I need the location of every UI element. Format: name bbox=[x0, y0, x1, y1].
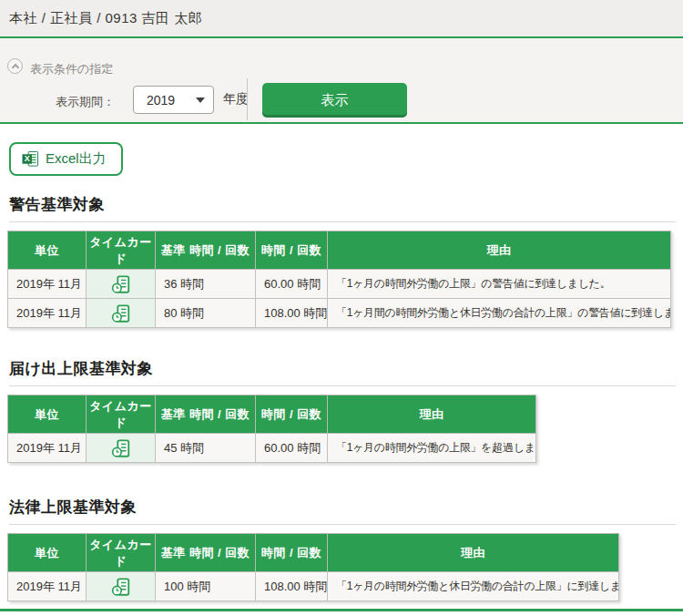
timecard-link-cell[interactable] bbox=[87, 572, 156, 601]
col-actual: 時間 / 回数 bbox=[256, 534, 328, 572]
col-standard: 基準 時間 / 回数 bbox=[156, 395, 256, 434]
chevron-up-icon bbox=[11, 64, 18, 71]
excel-export-button[interactable]: X Excel出力 bbox=[9, 142, 123, 176]
divider bbox=[247, 78, 248, 120]
col-standard: 基準 時間 / 回数 bbox=[156, 231, 256, 270]
breadcrumb: 本社 / 正社員 / 0913 吉田 太郎 bbox=[9, 10, 202, 27]
reason-cell: 「1ヶ月の時間外労働の上限」を超過しました。 bbox=[328, 434, 536, 463]
col-timecard: タイムカード bbox=[87, 395, 156, 434]
filter-section-label: 表示条件の指定 bbox=[30, 61, 113, 77]
table-row: 2019年 11月 100 時間 108.00 時間 「1ヶ月の時間外労働と休日… bbox=[8, 572, 619, 601]
section-title-report-limit: 届け出上限基準対象 bbox=[9, 358, 676, 386]
filter-panel: 表示条件の指定 表示期間： 2019 年度 表示 bbox=[0, 38, 683, 124]
period-select-value: 2019 bbox=[147, 93, 196, 108]
standard-cell: 36 時間 bbox=[156, 270, 256, 299]
main-content: X Excel出力 警告基準対象 単位 タイムカード 基準 時間 / 回数 時間… bbox=[0, 124, 683, 601]
show-button[interactable]: 表示 bbox=[262, 83, 407, 118]
table-header-row: 単位 タイムカード 基準 時間 / 回数 時間 / 回数 理由 bbox=[8, 395, 536, 434]
unit-cell: 2019年 11月 bbox=[8, 434, 87, 463]
actual-cell: 60.00 時間 bbox=[256, 270, 328, 299]
timecard-icon bbox=[111, 577, 131, 597]
dropdown-arrow-icon bbox=[196, 98, 205, 103]
warning-table: 単位 タイムカード 基準 時間 / 回数 時間 / 回数 理由 2019年 11… bbox=[7, 231, 671, 328]
reason-cell: 「1ヶ月間の時間外労働と休日労働の合計の上限」の警告値に到達しました。 bbox=[328, 299, 671, 328]
timecard-icon bbox=[111, 303, 131, 323]
reason-cell: 「1ヶ月の時間外労働の上限」の警告値に到達しました。 bbox=[328, 270, 671, 299]
timecard-link-cell[interactable] bbox=[87, 434, 156, 463]
breadcrumb-bar: 本社 / 正社員 / 0913 吉田 太郎 bbox=[0, 0, 683, 38]
col-standard: 基準 時間 / 回数 bbox=[156, 534, 256, 572]
table-row: 2019年 11月 45 時間 60.00 時間 「1ヶ月の時間外労働の上限」を… bbox=[8, 434, 536, 463]
page-bottom-divider bbox=[0, 609, 683, 611]
legal-limit-table: 単位 タイムカード 基準 時間 / 回数 時間 / 回数 理由 2019年 11… bbox=[7, 533, 619, 601]
col-unit: 単位 bbox=[8, 231, 87, 270]
col-timecard: タイムカード bbox=[87, 534, 156, 572]
standard-cell: 100 時間 bbox=[156, 572, 256, 601]
timecard-link-cell[interactable] bbox=[87, 299, 156, 328]
period-unit-label: 年度 bbox=[223, 91, 249, 108]
reason-cell: 「1ヶ月の時間外労働と休日労働の合計の上限」に到達しました。 bbox=[328, 572, 619, 601]
unit-cell: 2019年 11月 bbox=[8, 270, 87, 299]
collapse-toggle-button[interactable] bbox=[7, 58, 23, 74]
standard-cell: 80 時間 bbox=[156, 299, 256, 328]
col-reason: 理由 bbox=[328, 534, 619, 572]
timecard-icon bbox=[111, 274, 131, 294]
col-actual: 時間 / 回数 bbox=[256, 395, 328, 434]
unit-cell: 2019年 11月 bbox=[8, 572, 87, 601]
section-title-warning: 警告基準対象 bbox=[9, 194, 676, 222]
excel-icon: X bbox=[22, 150, 39, 168]
table-row: 2019年 11月 36 時間 60.00 時間 「1ヶ月の時間外労働の上限」の… bbox=[8, 270, 671, 299]
timecard-link-cell[interactable] bbox=[87, 270, 156, 299]
col-actual: 時間 / 回数 bbox=[256, 231, 328, 270]
timecard-icon bbox=[111, 438, 131, 458]
section-title-legal-limit: 法律上限基準対象 bbox=[9, 497, 676, 525]
unit-cell: 2019年 11月 bbox=[8, 299, 87, 328]
col-reason: 理由 bbox=[328, 395, 536, 434]
table-header-row: 単位 タイムカード 基準 時間 / 回数 時間 / 回数 理由 bbox=[8, 231, 671, 270]
period-label: 表示期間： bbox=[56, 94, 115, 110]
period-select[interactable]: 2019 bbox=[133, 86, 214, 114]
col-reason: 理由 bbox=[328, 231, 671, 270]
actual-cell: 60.00 時間 bbox=[256, 434, 328, 463]
report-limit-table: 単位 タイムカード 基準 時間 / 回数 時間 / 回数 理由 2019年 11… bbox=[7, 395, 536, 463]
standard-cell: 45 時間 bbox=[156, 434, 256, 463]
col-timecard: タイムカード bbox=[87, 231, 156, 270]
col-unit: 単位 bbox=[8, 395, 87, 434]
actual-cell: 108.00 時間 bbox=[256, 572, 328, 601]
svg-text:X: X bbox=[25, 154, 30, 163]
table-row: 2019年 11月 80 時間 108.00 時間 「1ヶ月間の時間外労働と休日… bbox=[8, 299, 671, 328]
actual-cell: 108.00 時間 bbox=[256, 299, 328, 328]
col-unit: 単位 bbox=[8, 534, 87, 572]
excel-button-label: Excel出力 bbox=[46, 150, 107, 168]
table-header-row: 単位 タイムカード 基準 時間 / 回数 時間 / 回数 理由 bbox=[8, 534, 619, 572]
